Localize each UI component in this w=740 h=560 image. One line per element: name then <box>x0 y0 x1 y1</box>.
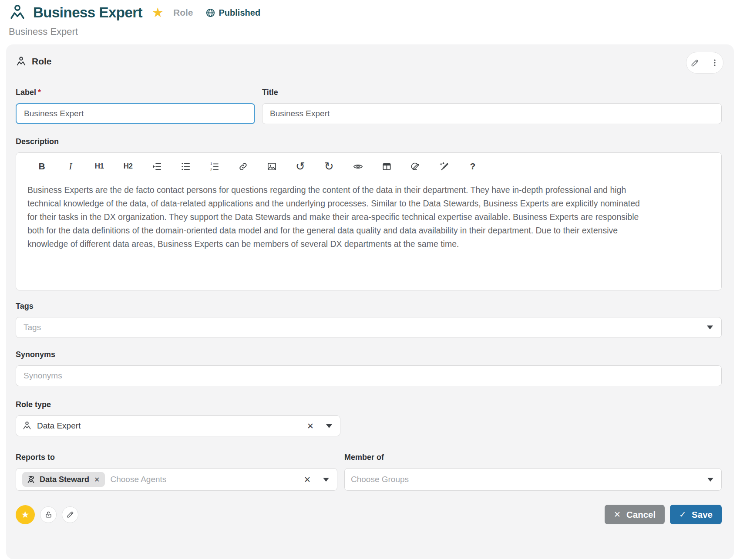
chip-label: Data Steward <box>40 475 89 484</box>
page-header: Business Expert ★ Role Published Busines… <box>0 0 740 37</box>
pen-circle-icon <box>410 162 420 172</box>
magic-wand-icon <box>439 162 449 172</box>
remove-chip-icon[interactable]: ✕ <box>93 475 101 484</box>
label-input[interactable] <box>16 103 255 124</box>
description-field-label: Description <box>16 137 722 146</box>
member-of-placeholder: Choose Groups <box>351 475 409 484</box>
role-type-field-label: Role type <box>16 400 340 409</box>
favorite-star-icon[interactable]: ★ <box>152 6 164 19</box>
cancel-button[interactable]: ✕ Cancel <box>605 505 665 524</box>
tags-input[interactable] <box>16 317 722 338</box>
description-text[interactable]: Business Experts are the de facto contac… <box>16 177 656 251</box>
required-marker: * <box>38 88 41 97</box>
unlock-button[interactable] <box>40 506 57 523</box>
bullet-list-button[interactable] <box>179 160 192 173</box>
role-person-icon <box>9 4 26 21</box>
table-icon <box>382 162 392 172</box>
redo-button[interactable]: ↻ <box>323 160 336 173</box>
eye-icon <box>353 162 363 172</box>
member-of-select[interactable]: Choose Groups <box>344 468 722 491</box>
svg-text:2: 2 <box>210 168 212 171</box>
pencil-icon <box>66 510 74 519</box>
heading1-button[interactable]: H1 <box>93 160 106 173</box>
role-type-select[interactable]: Data Expert ✕ <box>16 415 340 436</box>
dropdown-caret-icon[interactable] <box>323 478 329 482</box>
steward-person-icon <box>26 475 36 484</box>
type-badge: Role <box>173 7 193 18</box>
globe-icon <box>205 8 215 18</box>
synonyms-field-label: Synonyms <box>16 350 722 359</box>
bold-button[interactable]: B <box>35 160 48 173</box>
bottom-action-bar: ★ ✕ Cancel ✓ Save <box>16 505 722 524</box>
kebab-menu-icon <box>710 58 719 67</box>
magic-button[interactable] <box>437 160 451 173</box>
image-button[interactable] <box>265 160 278 173</box>
dropdown-caret-icon[interactable] <box>326 424 332 428</box>
card-header: Role <box>16 55 722 68</box>
cancel-button-label: Cancel <box>626 509 656 520</box>
clear-selection-icon[interactable]: ✕ <box>306 421 315 431</box>
unlock-icon <box>44 510 53 519</box>
clear-selection-icon[interactable]: ✕ <box>303 475 312 485</box>
save-button[interactable]: ✓ Save <box>670 505 722 524</box>
data-steward-chip[interactable]: Data Steward ✕ <box>22 472 105 487</box>
svg-text:1: 1 <box>210 162 212 166</box>
card-title: Role <box>32 56 52 67</box>
help-button[interactable]: ? <box>466 160 479 173</box>
bullet-list-icon <box>181 162 191 172</box>
image-icon <box>267 162 277 172</box>
description-editor: B I H1 H2 <box>16 152 722 290</box>
role-person-icon <box>16 56 27 67</box>
label-field-label: Label* <box>16 88 255 97</box>
edit-mode-button[interactable] <box>62 506 78 523</box>
preview-button[interactable] <box>351 160 364 173</box>
italic-button[interactable]: I <box>64 160 77 173</box>
ordered-list-button[interactable]: 1 2 <box>208 160 221 173</box>
richtext-toolbar: B I H1 H2 <box>16 153 721 177</box>
dropdown-caret-icon[interactable] <box>707 478 713 482</box>
table-button[interactable] <box>380 160 393 173</box>
ordered-list-icon: 1 2 <box>209 162 219 172</box>
role-type-value: Data Expert <box>37 421 81 431</box>
status-badge-label: Published <box>219 8 261 18</box>
star-icon: ★ <box>21 510 30 519</box>
member-of-field-label: Member of <box>344 453 722 462</box>
favorite-button[interactable]: ★ <box>16 505 35 524</box>
link-button[interactable] <box>236 160 249 173</box>
reports-to-placeholder: Choose Agents <box>110 475 166 484</box>
person-icon <box>22 421 32 431</box>
link-icon <box>238 162 248 172</box>
undo-button[interactable]: ↺ <box>294 160 307 173</box>
synonyms-input[interactable] <box>16 365 722 386</box>
page-subtitle: Business Expert <box>9 26 740 37</box>
title-input[interactable] <box>262 103 722 124</box>
indent-icon <box>152 162 162 172</box>
edit-button[interactable] <box>689 57 701 69</box>
check-icon: ✓ <box>679 510 686 519</box>
heading2-button[interactable]: H2 <box>121 160 135 173</box>
pencil-icon <box>690 58 700 67</box>
close-icon: ✕ <box>614 510 621 519</box>
role-card: Role Label* Title Description <box>6 44 734 559</box>
indent-button[interactable] <box>150 160 163 173</box>
reports-to-select[interactable]: Data Steward ✕ Choose Agents ✕ <box>16 468 337 491</box>
page-title: Business Expert <box>33 4 142 21</box>
status-badge: Published <box>205 8 261 18</box>
card-actions-pill <box>686 52 723 74</box>
reports-to-field-label: Reports to <box>16 453 337 462</box>
tags-field-label: Tags <box>16 302 722 311</box>
draw-button[interactable] <box>409 160 422 173</box>
save-button-label: Save <box>692 509 713 520</box>
divider <box>705 57 705 68</box>
title-field-label: Title <box>262 88 722 97</box>
dropdown-caret-icon[interactable] <box>707 326 713 330</box>
more-menu-button[interactable] <box>709 57 721 69</box>
